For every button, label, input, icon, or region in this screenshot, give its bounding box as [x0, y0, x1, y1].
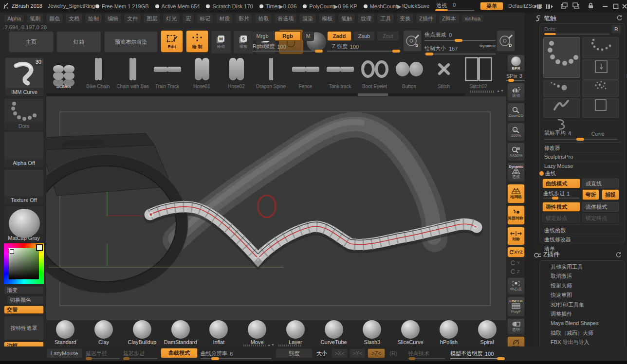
x-constraint-button[interactable]: >X<	[332, 348, 348, 358]
snap-button[interactable]: 捕捉	[602, 189, 619, 200]
elastic-mode-button[interactable]: 弹性模式	[542, 202, 580, 212]
lock-icon[interactable]	[586, 2, 595, 10]
menu-item[interactable]: Z脚本	[439, 14, 460, 24]
brush-item[interactable]: Standard	[46, 319, 85, 346]
menu-item[interactable]: Z插件	[416, 14, 437, 24]
size-label[interactable]: 大小	[316, 350, 327, 357]
curve-mode-bottom-button[interactable]: 曲线模式	[161, 348, 198, 358]
rotate-z-toggle[interactable]: Z	[510, 269, 520, 274]
color-picker-hue-ring[interactable]	[4, 243, 44, 284]
zcut-button[interactable]: Zcut	[377, 31, 399, 41]
delay-step-slider[interactable]	[123, 358, 157, 359]
strip-scrollbar-handle[interactable]	[358, 93, 388, 96]
delay-radius-slider[interactable]	[86, 358, 120, 359]
menu-item[interactable]: 标记	[196, 14, 214, 24]
actual-size-button[interactable]: 1 100%	[507, 123, 525, 141]
brush-strip-item[interactable]: Chain with Bas	[115, 56, 150, 94]
alternate-button[interactable]: 交替	[4, 306, 44, 314]
brush-strip-item[interactable]: Fence	[288, 56, 323, 94]
z-constraint-button[interactable]: >Z<	[368, 348, 385, 358]
quicksave-button[interactable]: QuickSave	[404, 3, 429, 9]
current-color-swatch[interactable]	[36, 244, 43, 251]
brush-strip-item[interactable]: Tank track	[323, 56, 357, 94]
delay-step-label[interactable]: 延迟步进	[123, 350, 145, 357]
pivot-button[interactable]: 中心点	[507, 277, 525, 295]
menu-item[interactable]: 拾取	[255, 14, 272, 24]
menu-item[interactable]: Alpha	[4, 14, 24, 23]
bpr-button[interactable]: BPR	[507, 55, 525, 72]
brush-strip-item[interactable]: Stitch02	[461, 56, 496, 94]
perspective-button[interactable]: Dynamic 透视	[507, 163, 525, 182]
stroke-tile-freehand[interactable]: FreeHand	[543, 98, 580, 118]
brush-item[interactable]: Inflat	[200, 319, 238, 346]
z-intensity[interactable]: Z 强度 100	[332, 43, 359, 50]
curve-resolution-slider[interactable]	[201, 358, 272, 359]
current-texture-thumbnail[interactable]: Texture Off	[4, 169, 44, 204]
zadd-button[interactable]: Zadd	[327, 31, 351, 41]
zplugin-item[interactable]: Maya Blend Shapes	[540, 319, 625, 328]
mouse-average[interactable]: 鼠标平均 4	[544, 129, 617, 137]
zplugin-item[interactable]: 抽取（减面）大师	[540, 328, 625, 338]
strip-scroll-hatch[interactable]	[470, 91, 495, 93]
lightbox-button[interactable]: 灯箱	[56, 31, 101, 53]
brush-item[interactable]: Layer	[277, 319, 315, 346]
brush-item[interactable]: Spiral	[468, 319, 506, 346]
bend-button[interactable]: 弯折	[582, 189, 599, 200]
close-icon[interactable]	[620, 2, 627, 10]
stroke-tile-dragdot[interactable]: DragDot	[543, 80, 580, 97]
menu-item[interactable]: 颜色	[46, 14, 63, 24]
menu-button[interactable]: 菜单	[480, 2, 503, 10]
draw-size[interactable]: 绘制大小 167	[424, 45, 458, 52]
strip-scroll-arrows[interactable]: ▲▼	[497, 89, 504, 92]
r-constraint-button[interactable]: (R)	[387, 348, 400, 358]
zscript-play-icon[interactable]	[545, 2, 554, 10]
draw-button[interactable]: 绘 制	[186, 30, 208, 53]
zsub-button[interactable]: Zsub	[353, 31, 375, 41]
lock-end-button[interactable]: 锁定终点	[582, 214, 619, 222]
menu-item[interactable]: 图层	[143, 14, 161, 24]
mask-by-feature-button[interactable]: 按特性遮罩	[4, 316, 44, 340]
rgb-intensity-slider[interactable]	[253, 51, 322, 52]
zplugin-item[interactable]: 取消激活	[540, 272, 625, 281]
home-button[interactable]: 主页	[9, 31, 54, 53]
brush-strip-item[interactable]: Scales	[46, 56, 81, 94]
stroke-tile-dots-selected[interactable]: Dots	[543, 37, 580, 78]
restore-icon[interactable]	[611, 2, 620, 10]
brush-row-scroll-arrows[interactable]: ▲▼	[267, 343, 275, 346]
curve-functions-row[interactable]: 曲线函数	[544, 224, 621, 234]
brush-item[interactable]: Slash3	[353, 319, 391, 346]
rgb-button[interactable]: Rgb	[275, 31, 301, 41]
draw-size-slider[interactable]	[424, 54, 496, 55]
polyframe-button[interactable]: Line Fill PolyF	[507, 296, 525, 317]
dynamic-size-dial[interactable]: D	[497, 30, 515, 52]
radial-slider[interactable]	[408, 358, 445, 359]
menu-item[interactable]: 文件	[124, 14, 141, 24]
menu-item[interactable]: 绘制	[85, 14, 102, 24]
spix-slider[interactable]	[506, 80, 525, 81]
menu-item[interactable]: xinhua	[461, 14, 484, 23]
current-alpha-thumbnail[interactable]: Alpha Off	[4, 131, 44, 167]
menu-item[interactable]: 纹理	[357, 14, 375, 24]
curve-resolution[interactable]: 曲线分辨率 6	[201, 350, 233, 357]
brush-item[interactable]: CurveTube	[314, 319, 353, 346]
mrgb-button[interactable]: Mrgb	[252, 31, 273, 41]
menu-item[interactable]: 模板	[318, 14, 336, 24]
curve-modifiers-row[interactable]: 曲线修改器	[544, 234, 621, 243]
edit-button[interactable]: Edit	[161, 30, 183, 53]
menu-item[interactable]: 笔触	[338, 14, 355, 24]
menu-item[interactable]: 材质	[216, 14, 233, 24]
copy-document-icon[interactable]	[560, 2, 569, 10]
curve-step-slider[interactable]	[543, 198, 579, 199]
symmetry-button[interactable]: 对称	[507, 227, 525, 245]
stroke-tile-dragrect[interactable]: DragRect	[582, 59, 619, 80]
spix-control[interactable]: SPix 3	[506, 73, 522, 79]
current-matcap-thumbnail[interactable]: MatCap Gray	[4, 206, 44, 242]
modifiers-row[interactable]: 修改器	[544, 142, 621, 152]
perspective-slider[interactable]	[435, 10, 474, 11]
menu-item[interactable]: 影片	[235, 14, 253, 24]
brush-item[interactable]: DamStandard	[161, 319, 200, 346]
radial-label[interactable]: 径向技术	[408, 350, 429, 357]
scroll-button[interactable]: 滚动	[507, 83, 525, 101]
stroke-tile-dots[interactable]: Dots	[582, 37, 619, 58]
brush-strip-item[interactable]: Boot Eyelet	[357, 56, 392, 94]
